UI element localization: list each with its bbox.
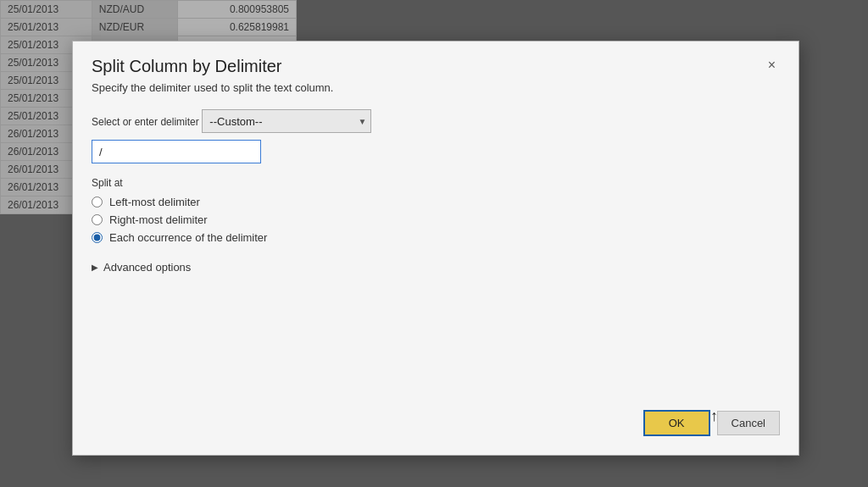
radio-each[interactable] bbox=[92, 232, 103, 243]
advanced-options-label: Advanced options bbox=[103, 261, 191, 274]
close-button[interactable]: × bbox=[764, 57, 780, 74]
dialog-subtitle: Specify the delimiter used to split the … bbox=[92, 81, 780, 94]
delimiter-input[interactable] bbox=[92, 140, 261, 163]
dialog-title: Split Column by Delimiter bbox=[92, 57, 282, 76]
radio-left-label: Left-most delimiter bbox=[109, 196, 200, 208]
dialog-body: Specify the delimiter used to split the … bbox=[73, 81, 798, 304]
advanced-options-toggle[interactable]: ▶ Advanced options bbox=[92, 261, 780, 274]
radio-item-left[interactable]: Left-most delimiter bbox=[92, 196, 780, 208]
radio-each-label: Each occurrence of the delimiter bbox=[109, 231, 267, 244]
delimiter-select-wrapper: --Custom-- Colon Comma Equals Sign Semic… bbox=[202, 109, 371, 133]
radio-right-label: Right-most delimiter bbox=[109, 213, 208, 226]
radio-right[interactable] bbox=[92, 214, 103, 225]
split-at-label: Split at bbox=[92, 177, 780, 189]
radio-item-right[interactable]: Right-most delimiter bbox=[92, 213, 780, 226]
triangle-right-icon: ▶ bbox=[92, 263, 98, 272]
dialog-footer: OK Cancel bbox=[643, 410, 780, 436]
dialog-header: Split Column by Delimiter × bbox=[73, 42, 798, 81]
ok-button[interactable]: OK bbox=[643, 410, 710, 436]
radio-item-each[interactable]: Each occurrence of the delimiter bbox=[92, 231, 780, 244]
cancel-button[interactable]: Cancel bbox=[717, 411, 780, 435]
delimiter-label: Select or enter delimiter bbox=[92, 116, 199, 128]
split-column-dialog: Split Column by Delimiter × Specify the … bbox=[72, 41, 799, 456]
delimiter-select[interactable]: --Custom-- Colon Comma Equals Sign Semic… bbox=[202, 109, 371, 133]
split-at-radio-group: Left-most delimiter Right-most delimiter… bbox=[92, 196, 780, 244]
radio-left[interactable] bbox=[92, 196, 103, 208]
